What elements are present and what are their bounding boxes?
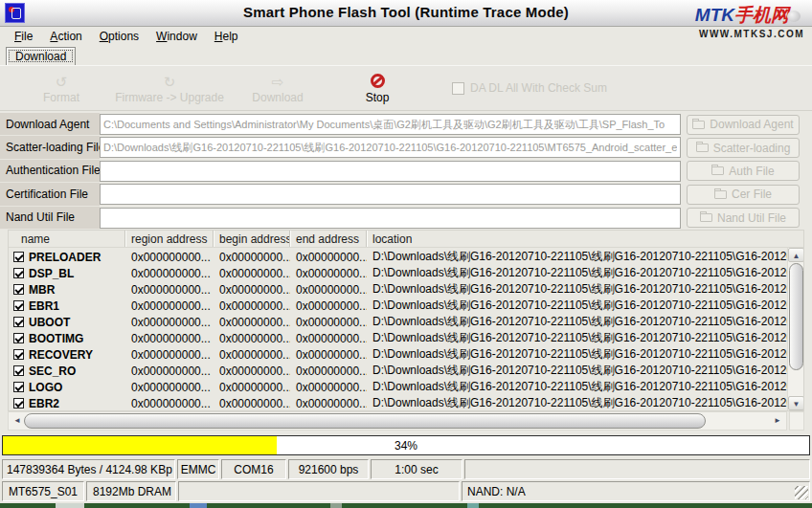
begin-address-cell: 0x00000000... (214, 381, 290, 394)
scroll-up-arrow-icon[interactable]: ▲ (788, 248, 804, 262)
table-row-mbr: MBR0x000000000...0x00000000...0x00000000… (9, 281, 787, 298)
toolbar-button-format[interactable]: ↺Format (11, 69, 111, 107)
browse-button-cer-file[interactable]: Cer File (687, 185, 800, 205)
da-dl-checkbox[interactable]: DA DL All With Check Sum (452, 81, 607, 95)
browse-button-label: Download Agent (710, 118, 793, 131)
column-header-name[interactable]: name (9, 231, 125, 247)
folder-icon (692, 121, 705, 129)
logo-cn-text: 手机网 (734, 5, 789, 25)
logo-ball-icon (787, 11, 801, 22)
menu-item-window[interactable]: Window (147, 28, 206, 45)
resize-grip[interactable] (795, 486, 808, 499)
column-header-location[interactable]: location (367, 231, 787, 247)
location-cell: D:\Downloads\线刷G16-20120710-221105\线刷G16… (367, 346, 787, 363)
scroll-left-arrow-icon[interactable]: ◄ (10, 413, 25, 429)
region-address-cell: 0x000000000... (125, 348, 214, 362)
toolbar-button-label: Firmware -> Upgrade (115, 91, 224, 104)
field-input-certification-file[interactable] (100, 184, 681, 205)
location-cell: D:\Downloads\线刷G16-20120710-221105\线刷G16… (367, 330, 787, 346)
field-input-scatter-loading-file[interactable] (100, 137, 681, 158)
status-panel-4: 921600 bps (288, 459, 369, 479)
progress-bar: 34% (2, 435, 810, 455)
column-header-end-address[interactable]: end address (290, 231, 367, 247)
folder-icon (711, 166, 724, 175)
partition-table: name region address begin address end ad… (8, 230, 804, 411)
field-label-nand-util-file: Nand Util File (0, 207, 100, 230)
region-address-cell: 0x000000000... (125, 332, 214, 345)
partition-name: EBR2 (29, 397, 59, 410)
row-checkbox[interactable] (13, 268, 24, 278)
checkbox-icon (452, 82, 464, 95)
progress-percent: 34% (3, 439, 809, 453)
table-body: PRELOADER0x000000000...0x00000000...0x00… (9, 249, 787, 410)
partition-name: PRELOADER (29, 251, 101, 264)
field-input-authentication-file[interactable] (100, 161, 681, 182)
location-cell: D:\Downloads\线刷G16-20120710-221105\线刷G16… (367, 298, 787, 314)
menu-item-file[interactable]: File (6, 28, 41, 45)
toolbar-button-firmware-upgrade[interactable]: ↻Firmware -> Upgrade (111, 69, 228, 107)
toolbar-button-stop[interactable]: Stop (327, 69, 427, 107)
browse-button-label: Scatter-loading (713, 142, 791, 155)
file-field-row: Certification FileCer File (0, 183, 812, 206)
status-panel-1: 147839364 Bytes / 4124.98 KBp (2, 459, 175, 479)
browse-button-download-agent[interactable]: Download Agent (687, 115, 800, 135)
begin-address-cell: 0x00000000... (214, 397, 290, 410)
partition-name-cell: RECOVERY (9, 348, 125, 362)
file-field-row: Download AgentDownload Agent (0, 113, 812, 136)
column-header-region-address[interactable]: region address (125, 231, 214, 247)
vertical-scroll-thumb[interactable] (789, 263, 803, 370)
toolbar-button-label: Download (252, 91, 303, 104)
horizontal-scroll-thumb[interactable] (24, 413, 706, 429)
row-checkbox[interactable] (13, 333, 24, 343)
row-checkbox[interactable] (13, 398, 24, 409)
partition-name: DSP_BL (29, 267, 74, 280)
region-address-cell: 0x000000000... (125, 316, 214, 329)
vertical-scrollbar[interactable]: ▲ ▼ (787, 248, 803, 410)
field-label-download-agent: Download Agent (0, 113, 100, 136)
menu-item-action[interactable]: Action (41, 28, 90, 45)
table-row-recovery: RECOVERY0x000000000...0x00000000...0x000… (9, 346, 787, 363)
folder-icon (714, 190, 727, 199)
scroll-right-arrow-icon[interactable]: ► (770, 413, 785, 429)
region-address-cell: 0x000000000... (125, 364, 214, 378)
scrollbar-corner (789, 411, 804, 431)
row-checkbox[interactable] (13, 317, 24, 327)
browse-button-nand-util-file[interactable]: Nand Util File (687, 208, 800, 228)
field-input-nand-util-file[interactable] (100, 208, 681, 229)
menu-item-help[interactable]: Help (206, 28, 247, 45)
horizontal-scrollbar[interactable]: ◄ ► (8, 411, 787, 431)
end-address-cell: 0x00000000... (290, 267, 367, 280)
menu-item-options[interactable]: Options (91, 28, 147, 45)
partition-name: UBOOT (29, 316, 70, 329)
browse-button-auth-file[interactable]: Auth File (687, 161, 800, 181)
end-address-cell: 0x00000000... (290, 397, 367, 410)
begin-address-cell: 0x00000000... (214, 364, 290, 378)
table-row-dsp-bl: DSP_BL0x000000000...0x00000000...0x00000… (9, 265, 787, 281)
folder-icon (696, 144, 709, 152)
region-address-cell: 0x000000000... (125, 397, 214, 410)
file-field-row: Scatter-loading FileScatter-loading (0, 136, 812, 159)
field-input-download-agent[interactable] (100, 114, 681, 135)
scroll-down-arrow-icon[interactable]: ▼ (788, 396, 804, 410)
row-checkbox[interactable] (13, 252, 24, 262)
tab-download[interactable]: Download (6, 47, 76, 65)
end-address-cell: 0x00000000... (290, 381, 367, 394)
toolbar-button-download[interactable]: ⇨Download (228, 69, 327, 107)
row-checkbox[interactable] (13, 365, 24, 376)
location-cell: D:\Downloads\线刷G16-20120710-221105\线刷G16… (367, 395, 787, 410)
row-checkbox[interactable] (13, 300, 24, 311)
browse-button-scatter-loading[interactable]: Scatter-loading (687, 138, 800, 158)
table-row-ebr2: EBR20x000000000...0x00000000...0x0000000… (9, 395, 787, 410)
row-checkbox[interactable] (13, 382, 24, 392)
row-checkbox[interactable] (13, 284, 24, 295)
begin-address-cell: 0x00000000... (214, 283, 290, 297)
row-checkbox[interactable] (13, 349, 24, 360)
column-header-begin-address[interactable]: begin address (214, 231, 290, 247)
table-row-uboot: UBOOT0x000000000...0x00000000...0x000000… (9, 314, 787, 330)
tab-strip: Download (0, 46, 812, 65)
location-cell: D:\Downloads\线刷G16-20120710-221105\线刷G16… (367, 281, 787, 298)
file-fields: Download AgentDownload AgentScatter-load… (0, 113, 812, 230)
partition-name-cell: PRELOADER (9, 251, 125, 264)
partition-name: EBR1 (29, 299, 59, 313)
partition-name: LOGO (29, 381, 62, 394)
